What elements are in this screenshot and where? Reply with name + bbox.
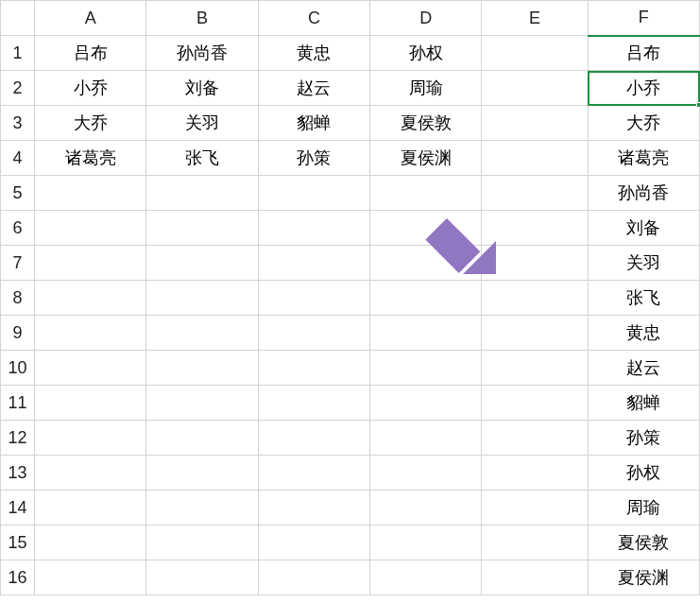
col-header-B[interactable]: B (146, 1, 258, 36)
cell-B14[interactable] (146, 491, 258, 525)
cell-D9[interactable] (370, 316, 482, 351)
cell-E2[interactable] (482, 71, 588, 106)
cell-C5[interactable] (258, 176, 369, 211)
row-header-15[interactable]: 15 (1, 525, 35, 560)
row-header-10[interactable]: 10 (1, 351, 35, 386)
cell-E12[interactable] (482, 421, 588, 456)
cell-F3[interactable]: 大乔 (588, 106, 699, 141)
cell-C6[interactable] (258, 211, 369, 246)
cell-B16[interactable] (146, 560, 258, 595)
cell-E5[interactable] (482, 176, 588, 211)
cell-E16[interactable] (482, 560, 588, 595)
cell-F15[interactable]: 夏侯敦 (588, 525, 699, 560)
cell-F2[interactable]: 小乔 (588, 71, 699, 106)
cell-D10[interactable] (370, 351, 482, 386)
col-header-D[interactable]: D (370, 1, 482, 36)
cell-E7[interactable] (482, 246, 588, 281)
cell-C11[interactable] (258, 386, 369, 421)
fill-handle[interactable] (696, 102, 700, 108)
cell-D11[interactable] (370, 386, 482, 421)
cell-D12[interactable] (370, 421, 482, 456)
cell-B9[interactable] (146, 316, 258, 351)
row-header-5[interactable]: 5 (1, 176, 35, 211)
cell-C2[interactable]: 赵云 (258, 71, 369, 106)
cell-A1[interactable]: 吕布 (35, 36, 146, 71)
cell-E13[interactable] (482, 456, 588, 491)
cell-B4[interactable]: 张飞 (146, 141, 258, 176)
row-header-8[interactable]: 8 (1, 281, 35, 316)
cell-B12[interactable] (146, 421, 258, 456)
row-header-11[interactable]: 11 (1, 386, 35, 421)
cell-A15[interactable] (35, 525, 146, 560)
cell-D5[interactable] (370, 176, 482, 211)
row-header-13[interactable]: 13 (1, 456, 35, 491)
cell-B2[interactable]: 刘备 (146, 71, 258, 106)
cell-F4[interactable]: 诸葛亮 (588, 141, 699, 176)
cell-C4[interactable]: 孙策 (258, 141, 369, 176)
cell-E14[interactable] (482, 491, 588, 525)
cell-F12[interactable]: 孙策 (588, 421, 699, 456)
corner-select-all[interactable] (1, 1, 35, 36)
col-header-A[interactable]: A (35, 1, 146, 36)
row-header-3[interactable]: 3 (1, 106, 35, 141)
cell-A2[interactable]: 小乔 (35, 71, 146, 106)
cell-E4[interactable] (482, 141, 588, 176)
col-header-F[interactable]: F (588, 1, 699, 36)
row-header-2[interactable]: 2 (1, 71, 35, 106)
cell-B15[interactable] (146, 525, 258, 560)
cell-C12[interactable] (258, 421, 369, 456)
cell-F9[interactable]: 黄忠 (588, 316, 699, 351)
cell-A12[interactable] (35, 421, 146, 456)
cell-B3[interactable]: 关羽 (146, 106, 258, 141)
cell-F16[interactable]: 夏侯渊 (588, 560, 699, 595)
cell-A14[interactable] (35, 491, 146, 525)
cell-F11[interactable]: 貂蝉 (588, 386, 699, 421)
cell-E11[interactable] (482, 386, 588, 421)
cell-F13[interactable]: 孙权 (588, 456, 699, 491)
cell-C10[interactable] (258, 351, 369, 386)
cell-B10[interactable] (146, 351, 258, 386)
cell-C9[interactable] (258, 316, 369, 351)
cell-A4[interactable]: 诸葛亮 (35, 141, 146, 176)
cell-B8[interactable] (146, 281, 258, 316)
cell-D1[interactable]: 孙权 (370, 36, 482, 71)
cell-E10[interactable] (482, 351, 588, 386)
row-header-4[interactable]: 4 (1, 141, 35, 176)
cell-E3[interactable] (482, 106, 588, 141)
cell-A3[interactable]: 大乔 (35, 106, 146, 141)
row-header-6[interactable]: 6 (1, 211, 35, 246)
cell-D14[interactable] (370, 491, 482, 525)
cell-A16[interactable] (35, 560, 146, 595)
row-header-1[interactable]: 1 (1, 36, 35, 71)
cell-A9[interactable] (35, 316, 146, 351)
col-header-C[interactable]: C (258, 1, 369, 36)
cell-D15[interactable] (370, 525, 482, 560)
cell-D3[interactable]: 夏侯敦 (370, 106, 482, 141)
cell-D2[interactable]: 周瑜 (370, 71, 482, 106)
cell-A5[interactable] (35, 176, 146, 211)
cell-A8[interactable] (35, 281, 146, 316)
cell-D7[interactable] (370, 246, 482, 281)
cell-C8[interactable] (258, 281, 369, 316)
cell-C3[interactable]: 貂蝉 (258, 106, 369, 141)
cell-C16[interactable] (258, 560, 369, 595)
cell-C1[interactable]: 黄忠 (258, 36, 369, 71)
cell-E1[interactable] (482, 36, 588, 71)
cell-E6[interactable] (482, 211, 588, 246)
row-header-12[interactable]: 12 (1, 421, 35, 456)
cell-E8[interactable] (482, 281, 588, 316)
cell-C13[interactable] (258, 456, 369, 491)
cell-D16[interactable] (370, 560, 482, 595)
cell-F5[interactable]: 孙尚香 (588, 176, 699, 211)
cell-D6[interactable] (370, 211, 482, 246)
cell-F6[interactable]: 刘备 (588, 211, 699, 246)
cell-F7[interactable]: 关羽 (588, 246, 699, 281)
cell-B7[interactable] (146, 246, 258, 281)
spreadsheet-grid[interactable]: A B C D E F 1吕布孙尚香黄忠孙权吕布2小乔刘备赵云周瑜小乔3大乔关羽… (0, 0, 700, 595)
cell-D13[interactable] (370, 456, 482, 491)
cell-E9[interactable] (482, 316, 588, 351)
cell-E15[interactable] (482, 525, 588, 560)
cell-A7[interactable] (35, 246, 146, 281)
cell-C7[interactable] (258, 246, 369, 281)
cell-F14[interactable]: 周瑜 (588, 491, 699, 525)
